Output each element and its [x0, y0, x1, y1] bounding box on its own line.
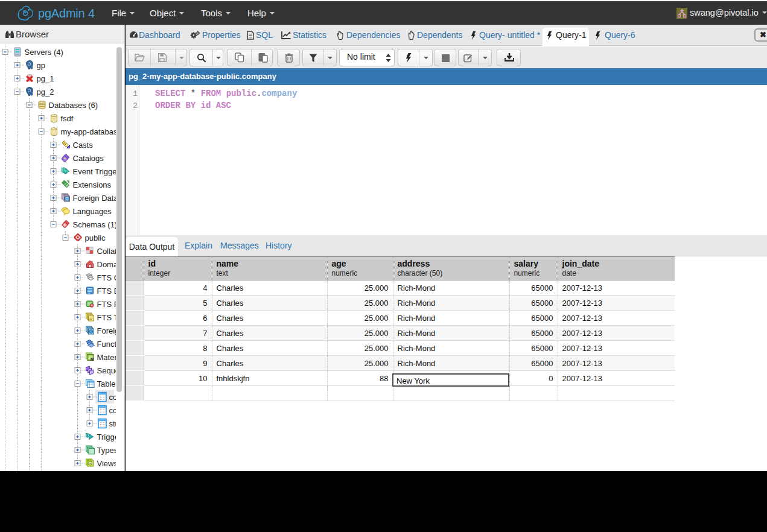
svg-text:company: company: [109, 393, 125, 402]
svg-text:Types: Types: [97, 446, 118, 455]
svg-text:gp: gp: [37, 61, 45, 70]
svg-text:my-app-database: my-app-database: [61, 127, 122, 136]
svg-text:Languages: Languages: [73, 207, 112, 216]
svg-text:Catalogs: Catalogs: [73, 154, 104, 163]
svg-text:Servers (4): Servers (4): [25, 48, 63, 57]
svg-text:Schemas (1): Schemas (1): [73, 220, 118, 229]
svg-text:student: student: [109, 419, 125, 428]
svg-text:pg_2: pg_2: [37, 87, 54, 97]
svg-text:M: M: [91, 357, 94, 361]
svg-text:Databases (6): Databases (6): [49, 101, 98, 110]
svg-text:fsdf: fsdf: [61, 114, 74, 123]
svg-text:Extensions: Extensions: [73, 180, 112, 189]
svg-text:Trigger Functions: Trigger Functions: [97, 432, 125, 442]
svg-text:Casts: Casts: [73, 141, 94, 150]
svg-text:Views: Views: [97, 459, 118, 468]
svg-text:pg_1: pg_1: [37, 74, 54, 83]
svg-text:company_b: company_b: [109, 406, 125, 415]
svg-text:public: public: [85, 233, 106, 242]
